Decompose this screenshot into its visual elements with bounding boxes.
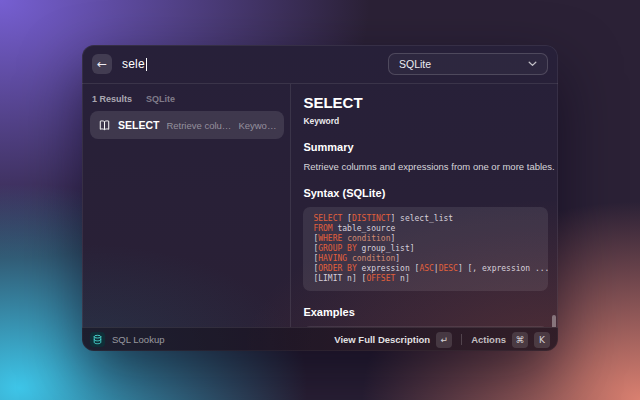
return-key-badge[interactable]: ↵ — [436, 332, 452, 348]
back-button[interactable]: ← — [92, 54, 112, 74]
results-header: 1 Results SQLite — [90, 92, 284, 104]
dropdown-value: SQLite — [399, 58, 431, 70]
desktop-background: ← sele SQLite 1 Results SQLite — [0, 0, 640, 400]
results-count: 1 Results — [92, 94, 132, 104]
summary-text: Retrieve columns and expressions from on… — [303, 161, 548, 172]
text-caret — [146, 58, 148, 71]
app-name: SQL Lookup — [112, 334, 164, 345]
k-key-badge[interactable]: K — [534, 332, 550, 348]
actions-button[interactable]: Actions — [471, 334, 506, 345]
detail-kind-label: Keyword — [303, 116, 548, 126]
syntax-code-block: SELECT [DISTINCT] select_listFROM table_… — [303, 207, 548, 291]
command-key-badge[interactable]: ⌘ — [512, 332, 528, 348]
back-arrow-icon: ← — [97, 58, 107, 70]
examples-code-block — [303, 326, 548, 327]
window-body: 1 Results SQLite SELECT Retrieve colu… K… — [82, 84, 558, 327]
result-title: SELECT — [118, 119, 159, 131]
search-input[interactable]: sele — [122, 57, 388, 71]
book-icon — [98, 119, 111, 132]
footer-divider — [461, 334, 462, 345]
results-section: SQLite — [146, 94, 175, 104]
results-panel: 1 Results SQLite SELECT Retrieve colu… K… — [82, 84, 291, 327]
summary-heading: Summary — [303, 141, 548, 153]
footer-actions: View Full Description ↵ Actions ⌘ K — [334, 332, 550, 348]
scrollbar-thumb[interactable] — [552, 315, 556, 327]
app-icon — [90, 332, 105, 347]
search-text: sele — [122, 57, 145, 71]
detail-title: SELECT — [303, 94, 548, 111]
syntax-heading: Syntax (SQLite) — [303, 187, 548, 199]
result-subtitle: Retrieve colu… — [166, 120, 231, 131]
examples-heading: Examples — [303, 306, 548, 318]
action-bar: SQL Lookup View Full Description ↵ Actio… — [82, 327, 558, 351]
chevron-down-icon — [528, 61, 537, 67]
language-filter-dropdown[interactable]: SQLite — [388, 53, 548, 75]
database-icon — [92, 334, 103, 345]
search-header: ← sele SQLite — [82, 45, 558, 84]
launcher-window: ← sele SQLite 1 Results SQLite — [82, 45, 558, 351]
result-item-select[interactable]: SELECT Retrieve colu… Keywo… — [90, 111, 284, 139]
detail-panel: SELECT Keyword Summary Retrieve columns … — [291, 84, 558, 327]
view-full-description-button[interactable]: View Full Description — [334, 334, 430, 345]
result-accessory: Keywo… — [238, 120, 276, 131]
